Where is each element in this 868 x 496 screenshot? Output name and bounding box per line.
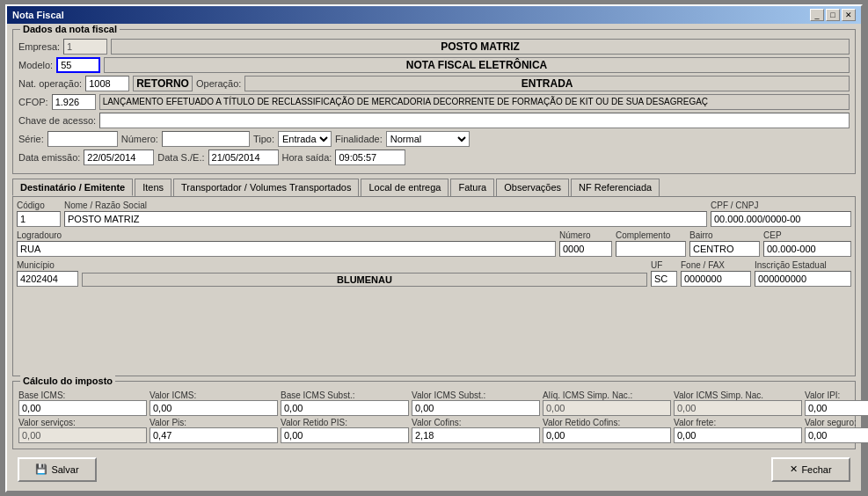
empresa-input[interactable] (63, 39, 107, 55)
tab-transportador[interactable]: Transportador / Volumes Transportados (173, 179, 359, 196)
modelo-input[interactable] (56, 57, 100, 73)
complemento-input[interactable] (616, 241, 686, 257)
close-icon: ✕ (790, 463, 798, 475)
complemento-header: Complemento (616, 230, 686, 240)
cpf-col: CPF / CNPJ (711, 201, 851, 227)
calculo-row2: Valor serviços: Valor Pis: Valor Retido … (18, 418, 850, 443)
calc-cell-3: Valor ICMS Subst.: (412, 390, 540, 416)
cpf-input[interactable] (711, 211, 851, 227)
serie-label: Série: (18, 134, 44, 144)
calc2-label-2: Valor Retido PIS: (281, 418, 409, 427)
cpf-header: CPF / CNPJ (711, 201, 851, 210)
dados-section-title: Dados da nota fiscal (20, 24, 120, 34)
nome-col: Nome / Razão Social (64, 201, 707, 227)
modelo-display: NOTA FISCAL ELETRÔNICA (104, 57, 850, 73)
calc2-input-5[interactable] (674, 427, 802, 443)
nat-input[interactable] (85, 76, 129, 91)
insc-input[interactable] (755, 271, 851, 287)
bairro-input[interactable] (689, 241, 760, 257)
calc2-input-3[interactable] (412, 427, 540, 443)
bairro-header: Bairro (689, 230, 760, 240)
numero-input[interactable] (162, 131, 250, 147)
calc-label-2: Base ICMS Subst.: (281, 390, 409, 400)
calc-input-2[interactable] (281, 400, 409, 416)
municipio-code-input[interactable] (17, 271, 78, 287)
empresa-label: Empresa: (18, 41, 60, 52)
close-button[interactable]: ✕ (842, 9, 856, 21)
calc2-label-1: Valor Pis: (150, 418, 278, 427)
chave-input[interactable] (99, 113, 850, 128)
data-se-input[interactable] (208, 150, 279, 165)
calc-input-6[interactable] (805, 400, 868, 416)
calc2-label-0: Valor serviços: (18, 418, 147, 427)
calc2-cell-3: Valor Cofins: (412, 418, 540, 443)
data-emissao-input[interactable] (84, 150, 154, 165)
insc-col: Inscrição Estadual (755, 260, 851, 287)
chave-label: Chave de acesso: (18, 115, 96, 126)
calc2-cell-1: Valor Pis: (150, 418, 278, 443)
tab-local[interactable]: Local de entrega (361, 179, 449, 196)
close-button-footer[interactable]: ✕ Fechar (771, 457, 850, 482)
minimize-button[interactable]: _ (810, 9, 824, 21)
calc-input-5 (674, 400, 802, 416)
tipo-select[interactable]: Entrada Saída (279, 131, 331, 147)
calc-cell-1: Valor ICMS: (150, 390, 278, 416)
fone-input[interactable] (681, 271, 751, 287)
nat-display: RETORNO (133, 76, 193, 91)
tipo-label: Tipo: (253, 134, 274, 144)
cfop-row: CFOP: LANÇAMENTO EFETUADO A TÍTULO DE RE… (18, 94, 850, 110)
calc-cell-5: Valor ICMS Simp. Nac. (674, 390, 802, 416)
tab-content: Código Nome / Razão Social CPF / CNPJ (12, 196, 856, 376)
codigo-input[interactable] (17, 211, 61, 227)
finalidade-select[interactable]: Normal Complementar Ajuste Devolução (387, 131, 469, 147)
calc-input-3[interactable] (412, 400, 540, 416)
fone-col: Fone / FAX (681, 260, 751, 287)
nome-input[interactable] (64, 211, 707, 227)
calc2-label-5: Valor frete: (674, 418, 802, 427)
calc2-input-6[interactable] (805, 427, 868, 443)
calc-label-1: Valor ICMS: (150, 390, 278, 400)
nat-row: Nat. operação: RETORNO Operação: ENTRADA (18, 76, 850, 91)
complemento-col: Complemento (616, 230, 686, 257)
tab-strip: Destinatário / Emitente Itens Transporta… (12, 179, 856, 196)
cep-col: CEP (763, 230, 851, 257)
data-row: Data emissão: Data S./E.: Hora saída: (18, 150, 850, 165)
save-label: Salvar (51, 464, 78, 475)
window-content: Dados da nota fiscal Empresa: POSTO MATR… (7, 24, 861, 491)
chave-row: Chave de acesso: (18, 113, 850, 128)
save-button[interactable]: 💾 Salvar (18, 457, 97, 482)
tipo-select-wrapper: Entrada Saída (278, 131, 332, 147)
calc2-input-4[interactable] (543, 427, 671, 443)
numero-dest-input[interactable] (559, 241, 612, 257)
cep-input[interactable] (763, 241, 851, 257)
calculo-title: Cálculo do imposto (20, 376, 115, 386)
tab-itens[interactable]: Itens (135, 179, 171, 196)
bairro-col: Bairro (689, 230, 760, 257)
close-label: Fechar (801, 464, 831, 475)
calc-input-1[interactable] (150, 400, 278, 416)
cfop-input[interactable] (52, 94, 96, 110)
calc-label-6: Valor IPI: (805, 390, 868, 400)
calc-label-4: Alíq. ICMS Simp. Nac.: (543, 390, 671, 400)
tab-destinatario[interactable]: Destinatário / Emitente (12, 179, 133, 196)
codigo-col: Código (17, 201, 61, 227)
serie-input[interactable] (47, 131, 118, 147)
mun-name-col: BLUMENAU (82, 262, 647, 287)
tab-fatura[interactable]: Fatura (450, 179, 494, 196)
calc-label-0: Base ICMS: (18, 390, 147, 400)
calc2-input-2[interactable] (281, 427, 409, 443)
fone-header: Fone / FAX (681, 260, 751, 270)
tab-nf-ref[interactable]: NF Referenciada (571, 179, 660, 196)
numero-label: Número: (121, 134, 158, 144)
calc2-cell-2: Valor Retido PIS: (281, 418, 409, 443)
hora-saida-input[interactable] (335, 150, 405, 165)
calc2-input-0 (18, 427, 147, 443)
uf-input[interactable] (651, 271, 677, 287)
tab-observacoes[interactable]: Observações (496, 179, 569, 196)
logradouro-col: Logradouro (17, 230, 556, 257)
logradouro-input[interactable] (17, 241, 556, 257)
calc2-input-1[interactable] (150, 427, 278, 443)
calc-input-0[interactable] (18, 400, 147, 416)
maximize-button[interactable]: □ (826, 9, 840, 21)
calc2-label-4: Valor Retido Cofins: (543, 418, 671, 427)
